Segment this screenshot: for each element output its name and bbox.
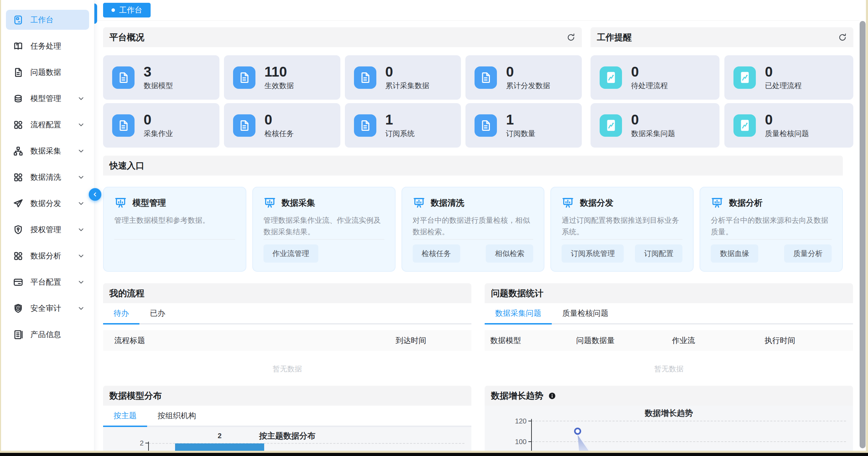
sidebar-item[interactable]: 数据清洗 bbox=[6, 167, 89, 187]
presentation-board-icon bbox=[263, 197, 276, 209]
quick-card-buttons: 数据血缘 质量分析 bbox=[711, 244, 832, 263]
panel-platform-overview: 平台概况 3 数据模型 bbox=[103, 27, 582, 148]
sidebar-item[interactable]: 授权管理 bbox=[6, 220, 89, 240]
quick-entry-card: 数据分析 分析平台中的数据来源和去向及数据质量。 数据血缘 质量分析 bbox=[700, 187, 843, 272]
bar-value-label: 2 bbox=[175, 432, 264, 440]
quick-entry-card: 数据清洗 对平台中的数据进行质量检核，相似数据检索。 检核任务 相似检索 bbox=[402, 187, 545, 272]
stat-label: 数据模型 bbox=[144, 81, 173, 91]
sidebar-item[interactable]: 产品信息 bbox=[6, 325, 89, 344]
quick-link-button[interactable]: 作业流管理 bbox=[263, 244, 318, 263]
taskbar-strip bbox=[0, 453, 868, 456]
stat-value: 0 bbox=[765, 112, 809, 127]
quick-card-buttons: 检核任务 相似检索 bbox=[413, 244, 534, 263]
vertical-scrollbar[interactable] bbox=[860, 21, 866, 448]
stat-label: 已处理流程 bbox=[765, 81, 802, 91]
tab[interactable]: 已办 bbox=[139, 303, 176, 323]
quick-link-button[interactable]: 订阅配置 bbox=[635, 244, 682, 263]
reminder-stats: 0 待处理流程 0 已处理流程 bbox=[591, 55, 853, 148]
quick-card-title: 数据分发 bbox=[580, 197, 613, 208]
sidebar-collapse-button[interactable] bbox=[89, 188, 101, 201]
divider bbox=[711, 239, 832, 240]
stat-value: 0 bbox=[631, 112, 675, 127]
sidebar-item[interactable]: 流程配置 bbox=[6, 115, 89, 135]
stat-card: 0 质量检核问题 bbox=[724, 103, 853, 148]
distribution-tabs: 按主题 按组织机构 bbox=[103, 406, 471, 427]
sidebar-item[interactable]: 平台配置 bbox=[6, 272, 89, 292]
stat-card: 1 订阅数量 bbox=[465, 103, 582, 148]
stat-value: 0 bbox=[144, 112, 173, 127]
panel-my-process: 我的流程 待办 已办 流程标题到达时间 暂无数据 bbox=[103, 283, 471, 389]
panel-title: 数据增长趋势 bbox=[491, 390, 543, 401]
panel-problem-stats: 问题数据统计 数据采集问题 质量检核问题 数据模型问题数据量作业流执行时间 暂无… bbox=[485, 283, 853, 389]
sidebar-item-label: 数据分发 bbox=[30, 198, 61, 209]
chevron-down-icon bbox=[77, 95, 85, 102]
document-icon bbox=[112, 66, 135, 89]
sidebar-item-icon bbox=[13, 67, 23, 78]
quick-card-title: 数据清洗 bbox=[431, 197, 464, 208]
panel-header: 我的流程 bbox=[103, 283, 471, 303]
quick-link-button[interactable]: 质量分析 bbox=[784, 244, 832, 263]
sidebar-item-label: 流程配置 bbox=[30, 120, 61, 130]
panel-header: 平台概况 bbox=[103, 27, 582, 47]
stat-label: 待处理流程 bbox=[631, 81, 668, 91]
chevron-down-icon bbox=[77, 147, 85, 155]
refresh-icon[interactable] bbox=[566, 33, 576, 42]
empty-state: 暂无数据 bbox=[103, 351, 471, 389]
tab[interactable]: 待办 bbox=[103, 303, 139, 323]
stat-card: 0 累计分发数据 bbox=[465, 55, 582, 100]
y-axis-line bbox=[148, 442, 149, 451]
stat-card: 0 累计采集数据 bbox=[345, 55, 461, 100]
stat-card: 0 采集作业 bbox=[103, 103, 219, 148]
stat-label: 生效数据 bbox=[265, 81, 294, 91]
main-content: 工作台 平台概况 3 数据模型 bbox=[94, 0, 860, 451]
quick-card-buttons: 作业流管理 bbox=[263, 244, 384, 263]
sidebar-item[interactable]: 问题数据 bbox=[6, 62, 89, 82]
presentation-board-icon bbox=[114, 197, 127, 209]
quick-link-button[interactable]: 相似检索 bbox=[486, 244, 533, 263]
sidebar-item[interactable]: 安全审计 bbox=[6, 298, 89, 318]
stat-label: 数据采集问题 bbox=[631, 129, 675, 138]
sidebar-item-label: 数据采集 bbox=[30, 146, 61, 156]
sidebar-item-icon bbox=[13, 277, 23, 287]
tab[interactable]: 质量检核问题 bbox=[552, 303, 619, 323]
sidebar-item[interactable]: 工作台 bbox=[6, 10, 89, 30]
sidebar-item[interactable]: 任务处理 bbox=[6, 36, 89, 56]
sidebar-item-label: 产品信息 bbox=[30, 329, 61, 340]
tab[interactable]: 按主题 bbox=[103, 406, 147, 426]
sidebar-item-label: 问题数据 bbox=[30, 67, 61, 78]
sidebar: 工作台 任务处理 问题数据 模型管理 bbox=[1, 0, 94, 456]
tab[interactable]: 数据采集问题 bbox=[485, 303, 552, 323]
sidebar-item-label: 安全审计 bbox=[30, 303, 61, 314]
refresh-icon[interactable] bbox=[838, 33, 847, 42]
tab-workbench[interactable]: 工作台 bbox=[103, 3, 151, 17]
quick-entry-card: 数据采集 管理数据采集作业流、作业流实例及数据采集结果。 作业流管理 bbox=[252, 187, 396, 272]
stat-label: 质量检核问题 bbox=[765, 129, 809, 138]
quick-link-button[interactable]: 检核任务 bbox=[413, 244, 460, 263]
sidebar-item-label: 平台配置 bbox=[30, 277, 61, 287]
stat-card: 0 检核任务 bbox=[224, 103, 340, 148]
axis-tick-mark bbox=[145, 443, 148, 443]
quick-entry-card: 模型管理 管理主数据模型和参考数据。 bbox=[103, 187, 246, 272]
panel-title: 数据模型分布 bbox=[109, 390, 162, 401]
quick-card-description: 管理主数据模型和参考数据。 bbox=[114, 215, 235, 238]
sidebar-item[interactable]: 数据分析 bbox=[6, 246, 89, 266]
stat-value: 0 bbox=[385, 64, 429, 79]
quick-link-button[interactable]: 订阅系统管理 bbox=[562, 244, 624, 263]
sidebar-item[interactable]: 数据分发 bbox=[6, 193, 89, 213]
panel-title: 问题数据统计 bbox=[491, 287, 543, 299]
stat-label: 采集作业 bbox=[144, 129, 173, 138]
quick-link-button[interactable]: 数据血缘 bbox=[711, 244, 758, 263]
sidebar-item-icon bbox=[13, 198, 23, 209]
info-icon[interactable] bbox=[548, 392, 556, 400]
document-icon bbox=[112, 114, 135, 137]
stat-card: 1 订阅系统 bbox=[345, 103, 461, 148]
quick-card-description: 分析平台中的数据来源和去向及数据质量。 bbox=[711, 215, 832, 238]
sidebar-item[interactable]: 数据采集 bbox=[6, 141, 89, 161]
sidebar-item-label: 数据分析 bbox=[30, 251, 61, 261]
panel-model-distribution: 数据模型分布 按主题 按组织机构 按主题数据分布 2 2 bbox=[103, 386, 471, 451]
sidebar-item[interactable]: 模型管理 bbox=[6, 88, 89, 108]
sidebar-item-icon bbox=[13, 329, 23, 340]
tab[interactable]: 按组织机构 bbox=[147, 406, 207, 426]
sidebar-item-icon bbox=[13, 120, 23, 130]
stat-label: 订阅系统 bbox=[385, 129, 415, 138]
